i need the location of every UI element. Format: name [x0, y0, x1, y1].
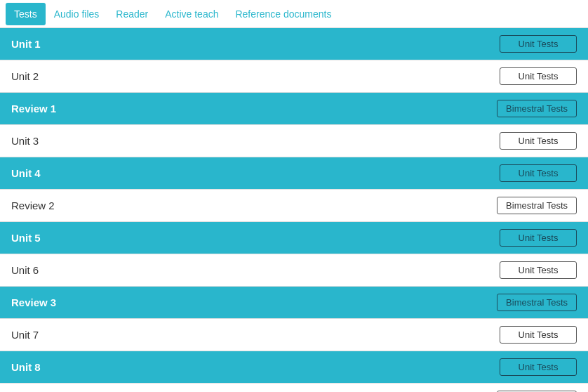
table-row: Unit 7Unit Tests — [0, 319, 588, 351]
row-label: Review 2 — [11, 200, 497, 211]
row-label: Unit 8 — [11, 361, 500, 373]
unit-tests-button[interactable]: Unit Tests — [500, 132, 577, 150]
table-row: Unit 8Unit Tests — [0, 351, 588, 384]
nav-tab-tests[interactable]: Tests — [6, 3, 46, 25]
bimestral-tests-button[interactable]: Bimestral Tests — [497, 197, 577, 214]
nav-tab-reader[interactable]: Reader — [107, 3, 156, 25]
unit-tests-button[interactable]: Unit Tests — [500, 164, 577, 182]
content-table: Unit 1Unit TestsUnit 2Unit TestsReview 1… — [0, 28, 588, 392]
table-row: Unit 3Unit Tests — [0, 125, 588, 157]
table-row: Review 2Bimestral Tests — [0, 190, 588, 222]
navigation: TestsAudio filesReaderActive teachRefere… — [0, 0, 588, 28]
table-row: Unit 4Unit Tests — [0, 157, 588, 190]
unit-tests-button[interactable]: Unit Tests — [500, 358, 577, 376]
unit-tests-button[interactable]: Unit Tests — [500, 35, 577, 53]
table-row: Unit 1Unit Tests — [0, 28, 588, 60]
table-row: Review 1Bimestral Tests — [0, 93, 588, 125]
row-label: Unit 7 — [11, 329, 500, 341]
nav-tab-active-teach[interactable]: Active teach — [156, 3, 227, 25]
table-row: Review 3Bimestral Tests — [0, 287, 588, 319]
nav-tab-reference-documents[interactable]: Reference documents — [227, 3, 340, 25]
table-row: Unit 6Unit Tests — [0, 254, 588, 287]
table-row: Unit 2Unit Tests — [0, 60, 588, 93]
row-label: Unit 4 — [11, 167, 500, 179]
table-row: Review 4Bimestral Tests — [0, 384, 588, 392]
row-label: Unit 5 — [11, 232, 500, 244]
row-label: Unit 6 — [11, 264, 500, 276]
table-row: Unit 5Unit Tests — [0, 222, 588, 254]
nav-tab-audio-files[interactable]: Audio files — [46, 3, 108, 25]
row-label: Review 3 — [11, 296, 497, 308]
unit-tests-button[interactable]: Unit Tests — [500, 326, 577, 344]
row-label: Unit 3 — [11, 135, 500, 147]
row-label: Unit 2 — [11, 70, 500, 82]
unit-tests-button[interactable]: Unit Tests — [500, 229, 577, 247]
unit-tests-button[interactable]: Unit Tests — [500, 261, 577, 279]
unit-tests-button[interactable]: Unit Tests — [500, 67, 577, 85]
row-label: Unit 1 — [11, 38, 500, 50]
bimestral-tests-button[interactable]: Bimestral Tests — [497, 294, 577, 311]
bimestral-tests-button[interactable]: Bimestral Tests — [497, 100, 577, 117]
row-label: Review 1 — [11, 103, 497, 115]
